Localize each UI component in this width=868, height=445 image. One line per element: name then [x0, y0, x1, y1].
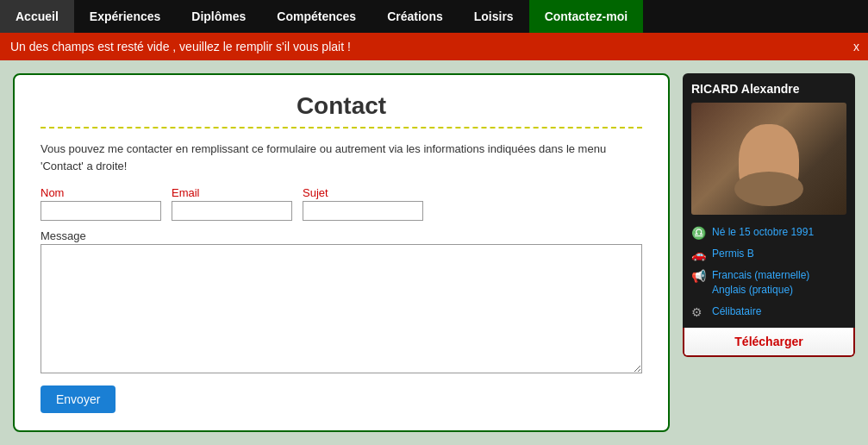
nav-accueil[interactable]: Accueil — [0, 0, 74, 33]
profile-info: ♎ Né le 15 octobre 1991 🚗 Permis B 📢 Fra… — [691, 225, 846, 319]
email-field-group: Email — [172, 186, 292, 221]
message-label: Message — [41, 229, 642, 242]
nav-loisirs[interactable]: Loisirs — [459, 0, 529, 33]
sujet-input[interactable] — [303, 201, 423, 221]
info-status: ⚙ Célibataire — [691, 304, 846, 319]
sujet-label: Sujet — [303, 186, 423, 199]
birthdate-text: Né le 15 octobre 1991 — [712, 225, 814, 240]
main-nav: Accueil Expériences Diplômes Compétences… — [0, 0, 868, 33]
download-button[interactable]: Télécharger — [684, 328, 853, 355]
contact-card: Contact Vous pouvez me contacter en remp… — [13, 73, 670, 432]
nom-field-group: Nom — [41, 186, 161, 221]
close-icon[interactable]: x — [853, 40, 859, 53]
language-icon: 📢 — [691, 269, 707, 283]
profile-name: RICARD Alexandre — [691, 82, 846, 96]
license-text: Permis B — [712, 247, 754, 261]
message-textarea[interactable] — [41, 244, 642, 373]
divider — [41, 127, 642, 128]
nom-input[interactable] — [41, 201, 161, 221]
face-silhouette — [739, 124, 799, 202]
message-group: Message — [41, 229, 642, 373]
nom-label: Nom — [41, 186, 161, 199]
status-icon: ⚙ — [691, 305, 707, 319]
page-title: Contact — [41, 92, 642, 120]
nav-diplomes[interactable]: Diplômes — [176, 0, 261, 33]
sidebar: RICARD Alexandre ♎ Né le 15 octobre 1991… — [683, 73, 855, 432]
status-text: Célibataire — [712, 304, 761, 319]
contact-description: Vous pouvez me contacter en remplissant … — [41, 141, 642, 174]
profile-photo — [691, 103, 846, 215]
nav-experiences[interactable]: Expériences — [74, 0, 177, 33]
nav-competences[interactable]: Compétences — [261, 0, 372, 33]
send-button[interactable]: Envoyer — [41, 385, 116, 413]
info-birthdate: ♎ Né le 15 octobre 1991 — [691, 225, 846, 240]
car-icon: 🚗 — [691, 248, 707, 261]
nav-creations[interactable]: Créations — [372, 0, 459, 33]
email-input[interactable] — [172, 201, 292, 221]
profile-card: RICARD Alexandre ♎ Né le 15 octobre 1991… — [683, 73, 855, 328]
info-languages: 📢 Francais (maternelle)Anglais (pratique… — [691, 268, 846, 298]
fields-row: Nom Email Sujet — [41, 186, 642, 221]
info-license: 🚗 Permis B — [691, 247, 846, 261]
nav-contactez-moi[interactable]: Contactez-moi — [529, 0, 643, 33]
error-text: Un des champs est resté vide , veuillez … — [10, 40, 351, 53]
email-label: Email — [172, 186, 292, 199]
main-layout: Contact Vous pouvez me contacter en remp… — [0, 60, 868, 445]
birthdate-icon: ♎ — [691, 226, 707, 240]
sujet-field-group: Sujet — [303, 186, 423, 221]
error-banner: Un des champs est resté vide , veuillez … — [0, 33, 868, 60]
languages-text: Francais (maternelle)Anglais (pratique) — [712, 268, 809, 298]
download-wrap: Télécharger — [683, 328, 855, 357]
